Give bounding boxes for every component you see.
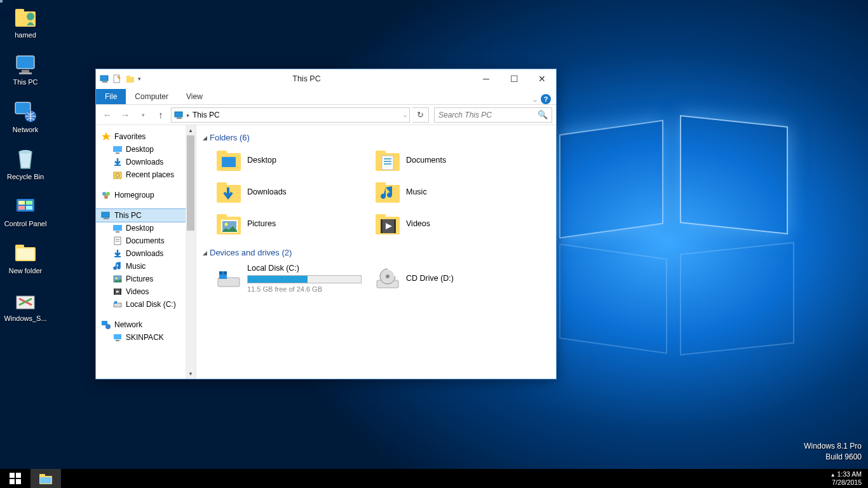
svg-rect-33 bbox=[102, 212, 109, 217]
desktop-icon-recycle-bin[interactable]: Recycle Bin bbox=[3, 146, 48, 181]
recent-locations-icon[interactable]: ▾ bbox=[135, 107, 151, 123]
desktop-icon-this-pc[interactable]: This PC bbox=[3, 51, 48, 86]
svg-rect-12 bbox=[18, 206, 25, 210]
nav-pc-pictures[interactable]: Pictures bbox=[96, 273, 196, 285]
svg-rect-64 bbox=[376, 182, 386, 187]
svg-rect-19 bbox=[102, 81, 107, 83]
nav-pc-downloads[interactable]: Downloads bbox=[96, 247, 196, 260]
desktop-icon-new-folder[interactable]: New folder bbox=[3, 240, 48, 275]
nav-favorites[interactable]: Favorites bbox=[96, 130, 196, 143]
search-icon[interactable]: 🔍 bbox=[538, 110, 548, 119]
breadcrumb[interactable]: ▸ This PC ⌵ bbox=[171, 107, 410, 123]
svg-rect-60 bbox=[384, 163, 391, 165]
address-bar: ← → ▾ ↑ ▸ This PC ⌵ ↻ 🔍 bbox=[96, 105, 556, 125]
computer-tab[interactable]: Computer bbox=[126, 89, 177, 104]
minimize-button[interactable]: ─ bbox=[472, 70, 500, 88]
scrollbar-thumb[interactable] bbox=[187, 135, 194, 231]
file-explorer-window: ▾ This PC ─ ☐ ✕ File Computer View ⌵ ? ←… bbox=[95, 69, 557, 379]
up-button[interactable]: ↑ bbox=[153, 107, 168, 123]
properties-icon[interactable] bbox=[112, 74, 123, 84]
desktop-icon-network[interactable]: Network bbox=[3, 98, 48, 134]
svg-rect-50 bbox=[114, 334, 121, 339]
nav-pc-local-disk[interactable]: Local Disk (C:) bbox=[96, 298, 196, 311]
nav-fav-downloads[interactable]: Downloads bbox=[96, 156, 196, 168]
download-icon bbox=[112, 248, 123, 259]
system-tray[interactable]: ▲ 1:33 AM 7/28/2015 bbox=[824, 469, 868, 488]
folder-desktop[interactable]: Desktop bbox=[212, 146, 370, 174]
nav-network[interactable]: Network bbox=[96, 318, 196, 331]
svg-rect-35 bbox=[113, 225, 122, 231]
folders-group-header[interactable]: ◢Folders (6) bbox=[199, 130, 553, 146]
svg-rect-34 bbox=[104, 218, 109, 219]
desktop-icon-windows-s[interactable]: Windows_S... bbox=[3, 287, 48, 323]
scroll-up-icon[interactable]: ▲ bbox=[186, 125, 196, 135]
tray-time: 1:33 AM bbox=[837, 470, 862, 478]
desktop-icon-control-panel[interactable]: Control Panel bbox=[3, 193, 48, 228]
desktop-icon bbox=[112, 223, 123, 233]
drive-usage-bar bbox=[247, 275, 362, 283]
scroll-down-icon[interactable]: ▼ bbox=[186, 369, 196, 379]
breadcrumb-location: This PC bbox=[193, 111, 220, 119]
svg-rect-59 bbox=[384, 161, 391, 162]
svg-rect-16 bbox=[17, 248, 34, 260]
svg-rect-26 bbox=[116, 152, 119, 154]
control-panel-icon bbox=[13, 193, 38, 218]
svg-rect-56 bbox=[376, 151, 386, 156]
desktop-icon-label: Control Panel bbox=[4, 219, 47, 228]
music-icon bbox=[112, 261, 123, 271]
nav-fav-recent[interactable]: Recent places bbox=[96, 168, 196, 181]
new-folder-icon[interactable] bbox=[125, 74, 135, 84]
nav-pc-desktop[interactable]: Desktop bbox=[96, 222, 196, 234]
navpane-scrollbar[interactable]: ▲ ▼ bbox=[186, 125, 196, 379]
start-button[interactable] bbox=[0, 469, 31, 488]
desktop-icon-user[interactable]: hamed bbox=[3, 4, 48, 39]
folder-documents[interactable]: Documents bbox=[370, 146, 529, 174]
folder-music[interactable]: Music bbox=[370, 178, 529, 206]
desktop-icon-label: hamed bbox=[15, 30, 36, 39]
ribbon-expand-icon[interactable]: ⌵ bbox=[533, 96, 537, 103]
svg-rect-76 bbox=[219, 271, 222, 274]
svg-point-30 bbox=[102, 192, 106, 196]
svg-rect-87 bbox=[40, 477, 51, 484]
help-icon[interactable]: ? bbox=[541, 94, 551, 104]
pc-icon bbox=[13, 51, 38, 76]
drive-local-disk-c[interactable]: Local Disk (C:) 11.5 GB free of 24.6 GB bbox=[212, 261, 370, 296]
drives-group-header[interactable]: ◢Devices and drives (2) bbox=[199, 245, 553, 261]
nav-pc-documents[interactable]: Documents bbox=[96, 234, 196, 247]
titlebar[interactable]: ▾ This PC ─ ☐ ✕ bbox=[96, 69, 556, 88]
nav-net-skinpack[interactable]: SKINPACK bbox=[96, 331, 196, 344]
search-input[interactable] bbox=[438, 111, 538, 119]
refresh-button[interactable]: ↻ bbox=[412, 107, 429, 123]
nav-pc-music[interactable]: Music bbox=[96, 260, 196, 273]
nav-fav-desktop[interactable]: Desktop bbox=[96, 143, 196, 156]
drive-cd-d[interactable]: CD Drive (D:) bbox=[370, 261, 529, 296]
svg-rect-82 bbox=[16, 473, 21, 478]
taskbar-explorer-button[interactable] bbox=[31, 469, 61, 488]
svg-rect-5 bbox=[19, 72, 32, 74]
maximize-button[interactable]: ☐ bbox=[500, 70, 528, 88]
folder-downloads[interactable]: Downloads bbox=[212, 178, 370, 206]
folder-videos[interactable]: Videos bbox=[370, 210, 529, 238]
tray-expand-icon[interactable]: ▲ bbox=[831, 472, 836, 478]
pictures-folder-icon bbox=[215, 212, 242, 236]
network-icon bbox=[13, 98, 38, 124]
svg-rect-77 bbox=[224, 271, 227, 274]
svg-rect-74 bbox=[218, 278, 240, 287]
nav-this-pc[interactable]: This PC bbox=[96, 209, 196, 222]
svg-rect-4 bbox=[22, 70, 29, 72]
file-tab[interactable]: File bbox=[96, 89, 126, 104]
documents-icon bbox=[112, 236, 123, 246]
forward-button[interactable]: → bbox=[118, 107, 133, 123]
svg-point-49 bbox=[105, 324, 111, 329]
back-button[interactable]: ← bbox=[100, 107, 115, 123]
nav-homegroup[interactable]: Homegroup bbox=[96, 189, 196, 201]
breadcrumb-dropdown-icon[interactable]: ⌵ bbox=[403, 112, 407, 118]
search-box[interactable]: 🔍 bbox=[434, 107, 552, 123]
view-tab[interactable]: View bbox=[177, 89, 212, 104]
nav-pc-videos[interactable]: Videos bbox=[96, 285, 196, 298]
folder-pictures[interactable]: Pictures bbox=[212, 210, 370, 238]
recycle-bin-icon bbox=[13, 146, 38, 171]
download-icon bbox=[112, 157, 123, 167]
close-button[interactable]: ✕ bbox=[528, 70, 556, 88]
svg-rect-11 bbox=[26, 201, 32, 205]
